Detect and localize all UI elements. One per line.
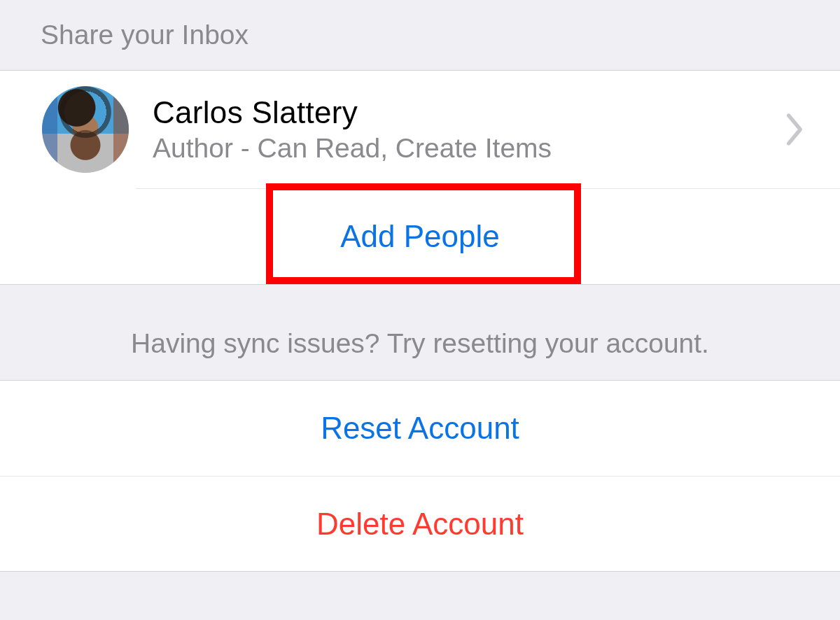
account-actions-section: Reset Account Delete Account <box>0 380 840 572</box>
add-people-label: Add People <box>340 219 500 254</box>
delete-account-button[interactable]: Delete Account <box>0 476 840 571</box>
chevron-right-icon <box>784 112 805 147</box>
share-inbox-header: Share your Inbox <box>0 0 840 70</box>
person-name: Carlos Slattery <box>153 95 784 130</box>
delete-account-label: Delete Account <box>316 507 524 542</box>
person-text: Carlos Slattery Author - Can Read, Creat… <box>153 95 784 164</box>
sync-issues-header: Having sync issues? Try resetting your a… <box>0 285 840 380</box>
add-people-button[interactable]: Add People <box>0 189 840 284</box>
reset-account-button[interactable]: Reset Account <box>0 381 840 476</box>
reset-account-label: Reset Account <box>321 411 519 446</box>
shared-person-row[interactable]: Carlos Slattery Author - Can Read, Creat… <box>0 71 840 188</box>
share-people-section: Carlos Slattery Author - Can Read, Creat… <box>0 70 840 285</box>
person-role: Author - Can Read, Create Items <box>153 133 784 164</box>
avatar <box>42 86 129 173</box>
